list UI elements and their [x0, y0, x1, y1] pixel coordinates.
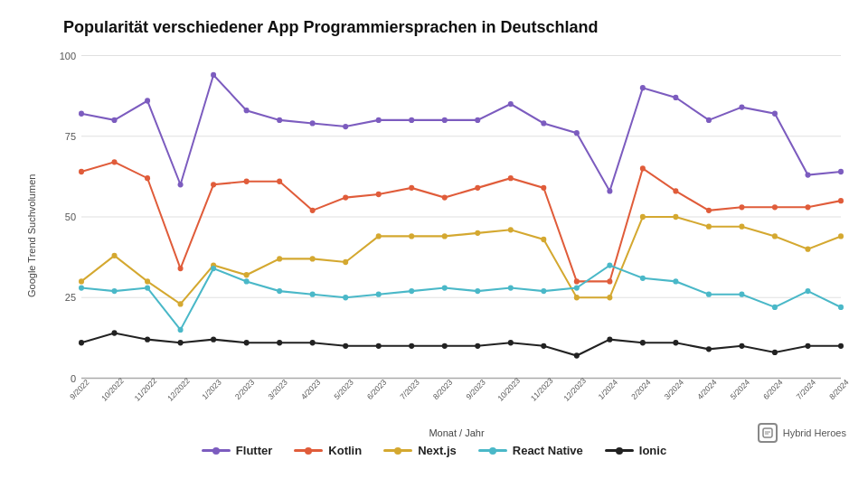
svg-point-132 [145, 337, 150, 343]
svg-point-134 [211, 337, 216, 343]
svg-point-147 [640, 340, 646, 345]
svg-point-109 [178, 327, 184, 333]
svg-point-45 [442, 117, 448, 123]
svg-point-144 [541, 343, 546, 349]
svg-text:4/2023: 4/2023 [299, 378, 322, 402]
svg-point-120 [541, 288, 546, 294]
plot-wrapper: 02550751009/202210/202211/202212/20221/2… [45, 46, 850, 426]
svg-point-117 [442, 285, 448, 290]
svg-text:0: 0 [71, 372, 76, 383]
svg-point-79 [772, 204, 778, 210]
svg-point-40 [277, 117, 282, 123]
svg-point-102 [739, 224, 744, 230]
svg-point-140 [409, 343, 414, 349]
svg-point-85 [178, 301, 184, 306]
svg-text:75: 75 [65, 131, 76, 142]
svg-point-110 [211, 266, 216, 271]
svg-point-141 [442, 343, 448, 349]
svg-point-118 [475, 288, 480, 294]
svg-point-50 [607, 188, 612, 193]
svg-point-126 [739, 292, 744, 297]
svg-text:8/2024: 8/2024 [827, 378, 850, 402]
svg-point-72 [541, 185, 546, 191]
svg-point-81 [838, 198, 844, 203]
svg-point-43 [376, 117, 382, 123]
svg-point-112 [277, 288, 282, 294]
svg-point-124 [673, 278, 678, 284]
svg-point-54 [739, 104, 744, 109]
svg-point-99 [640, 214, 646, 220]
svg-point-67 [376, 192, 382, 197]
svg-text:4/2024: 4/2024 [695, 378, 718, 402]
svg-point-93 [442, 233, 448, 239]
svg-point-136 [277, 340, 282, 345]
svg-text:3/2023: 3/2023 [266, 378, 288, 402]
svg-point-69 [442, 194, 448, 200]
svg-text:5/2023: 5/2023 [332, 378, 354, 402]
svg-point-138 [343, 343, 348, 349]
svg-point-119 [508, 285, 514, 290]
chart-svg: 02550751009/202210/202211/202212/20221/2… [45, 46, 850, 426]
svg-point-95 [508, 227, 514, 232]
svg-point-129 [838, 305, 844, 310]
svg-text:2/2024: 2/2024 [629, 378, 652, 402]
svg-point-125 [706, 292, 712, 297]
svg-point-92 [409, 233, 414, 239]
svg-point-84 [145, 278, 150, 284]
svg-text:25: 25 [65, 292, 76, 303]
svg-text:8/2023: 8/2023 [431, 378, 454, 402]
svg-point-107 [112, 288, 118, 294]
svg-point-127 [772, 305, 778, 310]
svg-text:12/2023: 12/2023 [561, 376, 588, 403]
svg-point-59 [112, 159, 118, 164]
legend-item-ionic: Ionic [605, 444, 666, 457]
y-axis-label: Google Trend Suchvolumen [18, 46, 45, 426]
svg-point-152 [805, 343, 810, 349]
svg-point-62 [211, 182, 216, 187]
svg-point-111 [244, 278, 250, 284]
svg-point-56 [805, 172, 810, 177]
svg-point-94 [475, 230, 480, 236]
svg-point-121 [574, 285, 580, 290]
svg-point-68 [409, 185, 414, 191]
svg-point-114 [343, 295, 348, 300]
svg-point-103 [772, 233, 778, 239]
svg-point-142 [475, 343, 480, 349]
svg-point-75 [640, 165, 646, 171]
svg-point-145 [574, 352, 580, 358]
svg-point-104 [805, 247, 810, 252]
svg-text:1/2024: 1/2024 [597, 378, 619, 402]
svg-point-105 [838, 233, 844, 239]
svg-point-44 [409, 117, 414, 123]
svg-text:11/2023: 11/2023 [529, 376, 555, 403]
chart-title: Popularität verschiedener App Programmie… [63, 18, 850, 37]
svg-point-88 [277, 256, 282, 261]
svg-text:5/2024: 5/2024 [729, 378, 751, 402]
svg-point-148 [673, 340, 678, 345]
svg-text:7/2024: 7/2024 [795, 378, 817, 402]
legend-item-flutter: Flutter [202, 444, 272, 457]
svg-point-151 [772, 350, 778, 355]
svg-point-78 [739, 204, 744, 210]
brand-logo-icon [758, 423, 778, 443]
svg-point-82 [79, 278, 84, 284]
svg-point-65 [310, 208, 316, 213]
x-axis-label: Monat / Jahr [63, 427, 850, 438]
svg-text:6/2024: 6/2024 [761, 378, 784, 402]
svg-text:100: 100 [60, 50, 76, 61]
svg-point-51 [640, 85, 646, 90]
svg-rect-154 [763, 428, 772, 437]
svg-point-153 [838, 343, 844, 349]
svg-point-57 [838, 169, 844, 174]
svg-point-100 [673, 214, 678, 220]
svg-text:6/2023: 6/2023 [365, 378, 388, 402]
svg-point-73 [574, 278, 580, 284]
svg-point-71 [508, 175, 514, 181]
legend-item-kotlin: Kotlin [294, 444, 362, 457]
svg-point-135 [244, 340, 250, 345]
svg-point-149 [706, 346, 712, 352]
svg-point-131 [112, 330, 118, 335]
svg-point-87 [244, 272, 250, 277]
svg-point-101 [706, 224, 712, 230]
svg-point-47 [508, 101, 514, 107]
